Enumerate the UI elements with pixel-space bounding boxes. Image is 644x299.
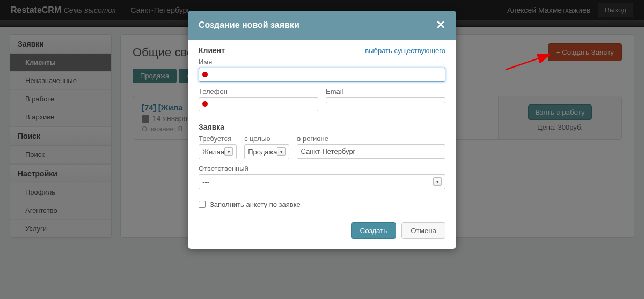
create-request-modal: Создание новой заявки ✕ Клиент выбрать с…	[188, 11, 456, 249]
section-request-head: Заявка	[199, 123, 224, 131]
required-select[interactable]: Жилая▾	[199, 144, 237, 159]
email-label: Email	[326, 87, 445, 95]
phone-input[interactable]	[199, 97, 318, 111]
phone-label: Телефон	[199, 87, 318, 95]
responsible-select[interactable]: ---▾	[199, 174, 445, 189]
section-client-head: Клиент	[199, 46, 225, 55]
purpose-select[interactable]: Продажа▾	[244, 144, 289, 159]
responsible-label: Ответственный	[199, 165, 445, 173]
close-icon[interactable]: ✕	[436, 18, 445, 32]
fill-form-checkbox[interactable]: Заполнить анкету по заявке	[199, 200, 445, 208]
required-dot-icon	[202, 101, 208, 107]
cancel-button[interactable]: Отмена	[401, 222, 445, 239]
fill-form-label: Заполнить анкету по заявке	[210, 200, 301, 208]
region-label: в регионе	[297, 134, 445, 143]
modal-header: Создание новой заявки ✕	[188, 11, 456, 40]
chevron-down-icon: ▾	[224, 147, 233, 156]
modal-title: Создание новой заявки	[199, 20, 436, 30]
email-input[interactable]	[326, 97, 445, 103]
responsible-value: ---	[202, 178, 209, 186]
name-label: Имя	[199, 58, 445, 66]
region-input[interactable]: Санкт-Петербург	[297, 144, 445, 159]
region-value: Санкт-Петербург	[301, 147, 355, 155]
required-value: Жилая	[202, 148, 224, 156]
required-dot-icon	[202, 72, 208, 77]
chevron-down-icon: ▾	[277, 147, 286, 156]
purpose-label: с целью	[244, 134, 289, 143]
checkbox-icon	[199, 201, 206, 208]
required-label: Требуется	[199, 134, 237, 143]
name-input[interactable]	[199, 68, 445, 82]
submit-button[interactable]: Создать	[351, 222, 397, 239]
choose-existing-link[interactable]: выбрать существующего	[365, 47, 445, 55]
chevron-down-icon: ▾	[433, 177, 442, 186]
purpose-value: Продажа	[248, 148, 277, 156]
